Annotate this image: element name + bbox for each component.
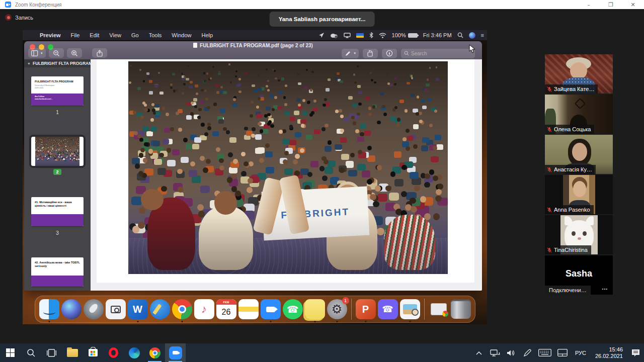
dock-preview-icon[interactable] [400, 299, 420, 319]
menu-go[interactable]: Go [126, 32, 144, 38]
participant-tile[interactable]: Sasha Подключени… ••• [545, 255, 613, 295]
zoom-in-button[interactable] [67, 48, 82, 58]
crowd-texture [339, 167, 344, 172]
zoom-out-button[interactable] [49, 48, 64, 58]
page-thumbnail-3[interactable]: #1. Мотиваційне есе - ваша цінність і ва… [24, 197, 91, 257]
participant-tile[interactable]: Анастасія Ку… [545, 135, 613, 174]
taskbar-clock[interactable]: 15:46 26.02.2021 [592, 346, 626, 359]
crowd-texture [266, 107, 271, 111]
start-button[interactable] [0, 343, 21, 362]
dock-music-icon[interactable]: ♪ [194, 299, 214, 319]
taskbar-search-icon[interactable] [21, 343, 41, 362]
markup-toolbar-button[interactable] [382, 49, 397, 58]
pdf-content-area[interactable]: FULBRIGHT [91, 59, 482, 291]
dock-stickies-icon[interactable] [305, 299, 325, 319]
dock-minimized-window[interactable] [429, 299, 449, 319]
edge-icon[interactable] [124, 343, 144, 362]
notification-center-icon[interactable]: ≡ [481, 32, 484, 38]
airplay-icon[interactable] [344, 33, 351, 38]
participant-tile[interactable]: Олена Соцька [545, 95, 613, 134]
crowd-texture [66, 147, 67, 148]
crowd-texture [251, 101, 254, 104]
spotlight-search-icon[interactable] [457, 32, 463, 38]
hidden-icons-chevron[interactable] [472, 343, 486, 362]
search-input[interactable] [401, 49, 475, 58]
page-thumbnail-1[interactable]: FULBRIGHT FLTA PROGRAM University of Was… [24, 76, 91, 137]
dock-finder-icon[interactable] [39, 299, 59, 319]
dock-powerpoint-icon[interactable]: P [356, 299, 376, 319]
mac-clock[interactable]: Fri 3:46 PM [423, 32, 452, 38]
crowd-texture [200, 156, 205, 161]
mic-muted-icon [547, 207, 552, 213]
cloud-sync-icon[interactable] [330, 33, 338, 38]
dock-siri-icon[interactable] [61, 299, 82, 319]
crowd-texture [436, 189, 442, 195]
language-indicator[interactable]: РУС [572, 350, 589, 356]
crowd-texture [146, 131, 153, 136]
dock-launchpad-icon[interactable] [84, 299, 104, 319]
opera-icon[interactable] [103, 343, 124, 362]
markup-pen-button[interactable]: ▾ [342, 49, 359, 58]
dock-calendar-icon[interactable]: FEB 26 [216, 299, 236, 319]
recording-indicator[interactable]: Запись [5, 14, 33, 21]
bluetooth-icon[interactable] [369, 32, 373, 38]
crowd-texture [360, 132, 364, 136]
disclosure-triangle-icon[interactable]: ▼ [27, 62, 31, 65]
participant-name-label: Зайцева Кате… [545, 84, 598, 94]
dock-screenshot-icon[interactable] [106, 299, 126, 319]
page-thumbnail-2-selected[interactable]: 2 [24, 137, 91, 197]
crowd-texture [67, 150, 68, 151]
menu-help[interactable]: Help [196, 32, 218, 38]
crowd-texture [265, 151, 273, 157]
chrome-icon[interactable] [144, 343, 165, 362]
dock-chrome-icon[interactable] [172, 299, 192, 319]
dock-notes-icon[interactable] [238, 299, 259, 319]
participant-tile[interactable]: TinaChiristina [545, 215, 613, 254]
crowd-texture [74, 152, 74, 152]
close-button[interactable]: ✕ [622, 0, 644, 9]
file-explorer-icon[interactable] [62, 343, 83, 362]
wifi-icon[interactable] [379, 33, 386, 38]
menu-view[interactable]: View [104, 32, 126, 38]
crowd-texture [67, 155, 68, 156]
dock-system-preferences-icon[interactable]: ⚙1 [327, 299, 347, 319]
pen-icon[interactable] [521, 343, 534, 362]
minimize-button[interactable]: – [578, 0, 600, 9]
dock-trash-icon[interactable] [451, 300, 471, 319]
dock-zoom-icon[interactable] [261, 299, 281, 319]
microsoft-store-icon[interactable] [83, 343, 103, 362]
dock-word-icon[interactable]: W [128, 299, 148, 319]
crowd-texture [433, 213, 440, 220]
menu-edit[interactable]: Edit [85, 32, 104, 38]
restore-button[interactable]: ❐ [600, 0, 622, 9]
menu-window[interactable]: Window [167, 32, 196, 38]
task-view-icon[interactable] [41, 343, 62, 362]
ukraine-flag-input-icon[interactable] [356, 33, 364, 38]
touchpad-icon[interactable] [556, 343, 569, 362]
dock-whatsapp-icon[interactable]: ☎ [283, 299, 303, 319]
volume-icon[interactable] [505, 343, 518, 362]
dock-viber-icon[interactable]: ☎ [378, 299, 398, 319]
touch-keyboard-icon[interactable] [537, 343, 553, 362]
crowd-texture [77, 141, 78, 142]
action-center-icon[interactable] [629, 343, 642, 362]
share-button[interactable] [92, 48, 107, 58]
siri-icon[interactable] [469, 32, 475, 39]
battery-status[interactable]: 100% [392, 32, 418, 38]
location-icon[interactable] [318, 32, 325, 38]
menu-preview[interactable]: Preview [35, 32, 66, 38]
menu-tools[interactable]: Tools [144, 32, 167, 38]
network-icon[interactable] [489, 343, 502, 362]
zoom-taskbar-icon[interactable] [165, 343, 186, 362]
dock-drawing-app-icon[interactable] [150, 299, 170, 319]
page-thumbnail-4[interactable]: #2. Англійська мова - take TOEFL serious… [24, 257, 91, 291]
sidebar-view-button[interactable]: ▾ [28, 48, 46, 58]
menu-file[interactable]: File [66, 32, 85, 38]
rotate-button[interactable] [363, 49, 378, 58]
crowd-texture [406, 129, 410, 133]
sidebar-header[interactable]: ▼ FULBRIGHT FLTA PROGRAM.pdf [24, 59, 91, 67]
crowd-texture [296, 98, 301, 102]
participant-tile[interactable]: Anna Pasenko [545, 175, 613, 214]
crowd-texture [41, 137, 41, 138]
participant-tile[interactable]: Зайцева Кате… [545, 54, 613, 94]
